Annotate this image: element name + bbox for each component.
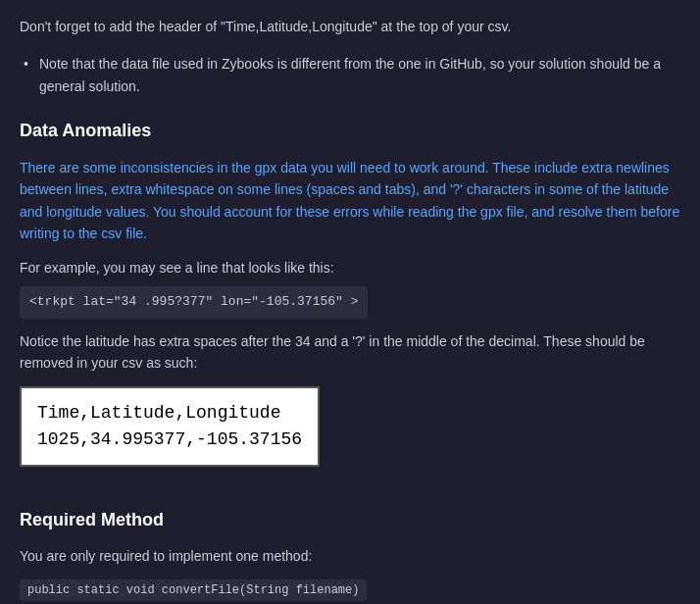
required-intro: You are only required to implement one m… <box>20 545 680 567</box>
csv-preview: Time,Latitude,Longitude 1025,34.995377,-… <box>20 386 320 467</box>
method-signature: public static void convertFile(String fi… <box>20 579 367 601</box>
bullet-item: Note that the data file used in Zybooks … <box>20 53 680 97</box>
csv-line2: 1025,34.995377,-105.37156 <box>37 427 302 453</box>
method-signature-wrap: public static void convertFile(String fi… <box>20 578 680 600</box>
data-anomalies-section: Data Anomalies There are some inconsiste… <box>20 117 680 485</box>
example-label: For example, you may see a line that loo… <box>20 257 680 278</box>
required-method-heading: Required Method <box>20 506 680 534</box>
anomalies-description: There are some inconsistencies in the gp… <box>20 157 680 245</box>
code-example: <trkpt lat="34 .995?377" lon="-105.37156… <box>20 286 368 319</box>
data-anomalies-heading: Data Anomalies <box>20 117 680 145</box>
notice-text: Notice the latitude has extra spaces aft… <box>20 330 680 375</box>
required-method-section: Required Method You are only required to… <box>20 506 680 605</box>
intro-text: Don't forget to add the header of "Time,… <box>20 16 680 37</box>
csv-line1: Time,Latitude,Longitude <box>37 400 302 427</box>
